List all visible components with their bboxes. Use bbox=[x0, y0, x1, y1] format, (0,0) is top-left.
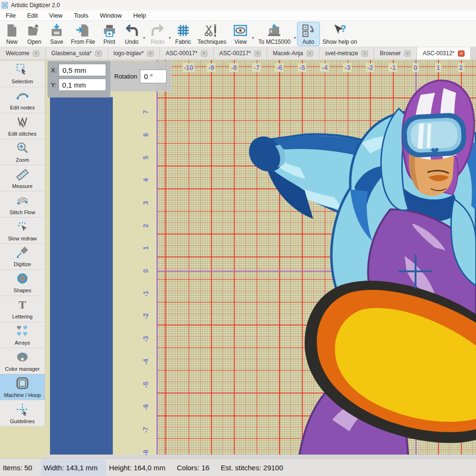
sidebar-item-label: Color manager bbox=[5, 366, 40, 372]
sidebar-item-label: Shapes bbox=[13, 288, 31, 293]
dropdown-caret-icon[interactable]: ▾ bbox=[252, 36, 254, 40]
toolbar-view-button[interactable]: View bbox=[229, 22, 251, 46]
sidebar-item-edit-nodes[interactable]: Edit nodes bbox=[0, 87, 45, 113]
tab-asc-00217[interactable]: ASC-00217*× bbox=[214, 47, 268, 60]
design-canvas[interactable]: X: Y: Rotation -10-9-8-7-6-5-4-3-2-10127… bbox=[45, 60, 476, 458]
tab-label: ASC-00217* bbox=[219, 50, 251, 57]
rotation-input[interactable] bbox=[140, 69, 167, 83]
toolbar-auto-button[interactable]: Auto bbox=[298, 22, 319, 46]
v-ruler-number: 0 bbox=[142, 265, 149, 277]
main-area: SelectionEdit nodesEdit stitchesZoomMeas… bbox=[0, 60, 476, 458]
menu-view[interactable]: View bbox=[43, 11, 68, 20]
toolbar-to-mc15000-button[interactable]: To MC15000 bbox=[255, 22, 293, 46]
h-ruler-number: -7 bbox=[252, 63, 261, 72]
toolbar-print-button[interactable]: Print bbox=[99, 22, 120, 46]
arrays-icon: ♥♥♥♥ bbox=[16, 324, 29, 339]
sidebar-item-zoom[interactable]: Zoom bbox=[0, 139, 45, 166]
v-ruler-number: -8 bbox=[142, 446, 149, 458]
menu-bar: FileEditViewToolsWindowHelp bbox=[0, 10, 476, 21]
h-ruler-number: 2 bbox=[457, 63, 464, 72]
machine-bed-band bbox=[50, 97, 113, 455]
dropdown-caret-icon[interactable]: ▾ bbox=[143, 36, 145, 40]
svg-text:♥: ♥ bbox=[17, 325, 22, 331]
toolbar-label: To MC15000 bbox=[258, 39, 290, 45]
tab-logo-triglav[interactable]: logo-triglav*× bbox=[108, 47, 160, 60]
toolbar-from-file-button[interactable]: From File bbox=[68, 22, 98, 46]
dropdown-caret-icon[interactable]: ▾ bbox=[294, 36, 296, 40]
y-input[interactable] bbox=[59, 79, 106, 91]
sidebar-item-label: Measure bbox=[12, 183, 33, 189]
sidebar-item-label: Arrays bbox=[15, 340, 30, 346]
save-icon bbox=[49, 23, 65, 38]
slow-redraw-icon bbox=[16, 220, 29, 235]
menu-edit[interactable]: Edit bbox=[21, 11, 43, 20]
color-manager-icon bbox=[16, 350, 29, 366]
sidebar-item-edit-stitches[interactable]: Edit stitches bbox=[0, 113, 45, 139]
tab-close-icon[interactable]: × bbox=[147, 50, 154, 57]
sidebar-item-guidelines[interactable]: Guidelines bbox=[0, 400, 45, 426]
main-toolbar: NewOpenSaveFrom FilePrintUndo▾Redo▾Fabri… bbox=[0, 21, 476, 47]
toolbar-techniques-button[interactable]: Techniques bbox=[195, 22, 229, 46]
sidebar-item-lettering[interactable]: TLettering bbox=[0, 296, 45, 322]
tab-label: ASC-00017* bbox=[166, 50, 198, 57]
toolbar-fabric-button[interactable]: Fabric bbox=[172, 22, 194, 46]
undo-icon bbox=[124, 23, 140, 38]
sidebar-item-shapes[interactable]: Shapes bbox=[0, 270, 45, 296]
menu-help[interactable]: Help bbox=[128, 11, 152, 20]
horizontal-scrollbar[interactable] bbox=[45, 455, 476, 458]
title-bar: Artistic Digitizer 2.0 bbox=[0, 0, 476, 10]
from-file-icon bbox=[75, 23, 91, 38]
toolbar-undo-button[interactable]: Undo bbox=[121, 22, 143, 46]
machine-hoop-icon bbox=[16, 377, 29, 392]
document-tab-bar: Welcome×Glasbena_sola*×logo-triglav*×ASC… bbox=[0, 47, 476, 60]
sidebar-item-digitize[interactable]: Digitize bbox=[0, 244, 45, 270]
sidebar-item-selection[interactable]: Selection bbox=[0, 61, 45, 87]
tab-macek-anja[interactable]: Macek-Anja× bbox=[267, 47, 319, 60]
tab-close-icon[interactable]: × bbox=[458, 50, 465, 57]
menu-file[interactable]: File bbox=[0, 11, 21, 20]
tab-label: logo-triglav* bbox=[114, 50, 144, 57]
sidebar-item-color-manager[interactable]: Color manager bbox=[0, 348, 45, 374]
h-ruler-number: -1 bbox=[388, 63, 397, 72]
toolbar-new-button[interactable]: New bbox=[1, 22, 23, 46]
tab-svet-metraze[interactable]: svet-metraze× bbox=[319, 47, 374, 60]
edit-stitches-icon bbox=[16, 115, 29, 130]
sidebar-item-stitch-flow[interactable]: Stitch Flow bbox=[0, 191, 45, 218]
tab-glasbena-sola[interactable]: Glasbena_sola*× bbox=[46, 47, 108, 60]
edit-nodes-icon bbox=[16, 89, 29, 104]
toolbar-redo-button[interactable]: Redo bbox=[147, 22, 169, 46]
tab-asc-00017[interactable]: ASC-00017*× bbox=[160, 47, 214, 60]
tab-label: svet-metraze bbox=[325, 50, 358, 57]
window-title: Artistic Digitizer 2.0 bbox=[11, 2, 60, 9]
toolbar-save-button[interactable]: Save bbox=[46, 22, 68, 46]
toolbar-label: Undo bbox=[125, 39, 139, 45]
menu-tools[interactable]: Tools bbox=[68, 11, 94, 20]
toolbar-label: Save bbox=[50, 39, 63, 45]
svg-text:♥: ♥ bbox=[23, 331, 28, 337]
toolbar-show-help-on-button[interactable]: ?Show help on bbox=[320, 22, 360, 46]
tab-asc-00312[interactable]: ASC-00312*× bbox=[417, 47, 471, 60]
status-bar: Items: 50 Width: 143,1 mm Height: 164,0 … bbox=[0, 458, 476, 476]
tab-close-icon[interactable]: × bbox=[201, 50, 208, 57]
tab-welcome[interactable]: Welcome× bbox=[0, 47, 46, 60]
tab-close-icon[interactable]: × bbox=[404, 50, 411, 57]
tab-close-icon[interactable]: × bbox=[33, 50, 40, 57]
menu-window[interactable]: Window bbox=[94, 11, 128, 20]
tab-close-icon[interactable]: × bbox=[361, 50, 368, 57]
tab-label: Welcome bbox=[6, 50, 30, 57]
tab-close-icon[interactable]: × bbox=[95, 50, 102, 57]
status-stitches: Est. stitches: 29100 bbox=[218, 460, 292, 476]
sidebar-item-measure[interactable]: Measure bbox=[0, 165, 45, 191]
embroidery-design-snowboarder[interactable] bbox=[233, 67, 476, 458]
x-input[interactable] bbox=[59, 64, 106, 76]
sidebar-item-machine-hoop[interactable]: Machine / Hoop bbox=[0, 374, 45, 400]
tab-close-icon[interactable]: × bbox=[307, 50, 313, 57]
tab-label: ASC-00312* bbox=[423, 50, 455, 57]
tab-browser[interactable]: Browser× bbox=[374, 47, 417, 60]
dropdown-caret-icon[interactable]: ▾ bbox=[169, 36, 171, 40]
toolbar-open-button[interactable]: Open bbox=[23, 22, 45, 46]
sidebar-item-slow-redraw[interactable]: Slow redraw bbox=[0, 218, 45, 244]
sidebar-item-arrays[interactable]: ♥♥♥♥Arrays bbox=[0, 322, 45, 348]
toolbar-label: Show help on bbox=[323, 39, 357, 45]
tab-close-icon[interactable]: × bbox=[254, 50, 261, 57]
